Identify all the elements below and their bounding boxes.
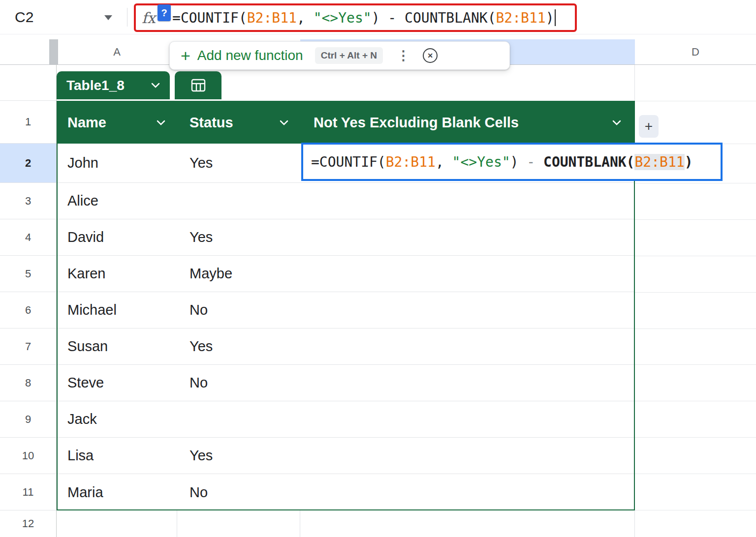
grid-cell-d[interactable] (635, 220, 756, 256)
table-row-10: LisaYes (58, 438, 634, 474)
formula-token: B2:B11 (247, 10, 297, 26)
table-row-5: KarenMaybe (58, 256, 634, 292)
table-column-header-status[interactable]: Status (178, 102, 301, 144)
column-letter-d: D (692, 46, 699, 59)
row-header-10[interactable]: 10 (0, 438, 56, 474)
cell-b7-status[interactable]: Yes (178, 328, 301, 364)
cell-c10[interactable] (301, 438, 634, 474)
column-label-notyes: Not Yes Excluding Blank Cells (314, 115, 519, 131)
table-row-8: SteveNo (58, 365, 634, 401)
row-header-2[interactable]: 2 (0, 144, 56, 183)
cell-b8-status[interactable]: No (178, 365, 301, 401)
cell-a7-name[interactable]: Susan (58, 328, 178, 364)
chevron-down-icon[interactable] (612, 120, 621, 125)
table-row-3: Alice (58, 183, 634, 219)
row-header-9[interactable]: 9 (0, 401, 56, 438)
add-function-label[interactable]: Add new function (197, 48, 303, 63)
column-header-a[interactable]: A (57, 39, 177, 64)
row-header-4[interactable]: 4 (0, 219, 56, 256)
cell-a11-name[interactable]: Maria (58, 474, 178, 510)
grid-cell-d[interactable] (635, 329, 756, 365)
grid-cell-d[interactable] (635, 365, 756, 401)
cell-a3-name[interactable]: Alice (58, 183, 178, 219)
formula-help-badge[interactable]: ? (158, 4, 171, 21)
table-row-9: Jack (58, 401, 634, 438)
cell-a5-name[interactable]: Karen (58, 256, 178, 292)
cell-b6-status[interactable]: No (178, 292, 301, 328)
spreadsheet-app: A D 1 234567891011 12 Name Status Not Ye… (0, 0, 756, 537)
formula-token: =COUNTIF( (172, 10, 247, 26)
fx-icon: fx (142, 9, 156, 27)
formula-token: ) (685, 154, 693, 170)
cell-c8[interactable] (301, 365, 634, 401)
text-cursor (555, 9, 556, 26)
gridline-vertical-ab (177, 510, 177, 537)
cell-c3[interactable] (301, 183, 634, 219)
cell-c6[interactable] (301, 292, 634, 328)
chevron-down-icon[interactable] (157, 120, 165, 125)
chevron-down-icon[interactable] (151, 83, 160, 88)
add-column-button[interactable]: + (639, 115, 659, 138)
cell-b2-status[interactable]: Yes (178, 144, 301, 182)
column-label-status: Status (189, 115, 233, 131)
cell-b11-status[interactable]: No (178, 474, 301, 510)
formula-token: COUNTBLANK( (543, 154, 634, 170)
formula-token: - (388, 10, 405, 26)
row-header-11[interactable]: 11 (0, 474, 56, 510)
row-header-5[interactable]: 5 (0, 256, 56, 292)
cell-b9-status[interactable] (178, 401, 301, 437)
cell-c11[interactable] (301, 474, 634, 510)
column-header-d[interactable]: D (635, 39, 756, 64)
formula-token: - (527, 154, 543, 170)
row-header-8[interactable]: 8 (0, 365, 56, 401)
cell-a4-name[interactable]: David (58, 219, 178, 255)
table-row-4: DavidYes (58, 219, 634, 256)
more-options-icon[interactable]: ⋮ (397, 48, 410, 63)
cell-b5-status[interactable]: Maybe (178, 256, 301, 292)
grid-cell-d[interactable] (635, 293, 756, 329)
cell-a6-name[interactable]: Michael (58, 292, 178, 328)
row-header-3[interactable]: 3 (0, 183, 56, 219)
gridline-vertical-bc (300, 510, 300, 537)
row-header-6[interactable]: 6 (0, 292, 56, 328)
cell-reference: C2 (15, 9, 33, 26)
name-box-dropdown-icon[interactable] (104, 15, 112, 20)
grid-cell-d[interactable] (635, 401, 756, 438)
formula-input[interactable]: =COUNTIF(B2:B11, "<>Yes") - COUNTBLANK(B… (172, 10, 554, 26)
table-row-6: MichaelNo (58, 292, 634, 328)
cell-b3-status[interactable] (178, 183, 301, 219)
grid-cell-d[interactable] (635, 256, 756, 293)
grid-cell-d[interactable] (635, 474, 756, 510)
cell-c7[interactable] (301, 328, 634, 364)
cell-b4-status[interactable]: Yes (178, 219, 301, 255)
formula-token: ) (510, 154, 527, 170)
cell-a8-name[interactable]: Steve (58, 365, 178, 401)
chevron-down-icon[interactable] (280, 120, 288, 125)
close-icon[interactable]: ✕ (423, 48, 438, 63)
table-column-header-name[interactable]: Name (58, 102, 178, 144)
table-column-header-notyes[interactable]: Not Yes Excluding Blank Cells (301, 102, 634, 144)
formula-token: ) (372, 10, 388, 26)
cell-b10-status[interactable]: Yes (178, 438, 301, 474)
cell-c9[interactable] (301, 401, 634, 437)
table-name-pill[interactable]: Table1_8 (57, 71, 170, 99)
cell-a9-name[interactable]: Jack (58, 401, 178, 437)
row-header-gap (0, 65, 56, 101)
table-name: Table1_8 (66, 78, 125, 93)
cell-c5[interactable] (301, 256, 634, 292)
grid-cell-d[interactable] (635, 438, 756, 474)
cell-a2-name[interactable]: John (58, 144, 178, 182)
cell-formula-text: =COUNTIF(B2:B11, "<>Yes") - COUNTBLANK(B… (311, 154, 693, 170)
row-header-column: 1 234567891011 12 (0, 65, 57, 537)
table-menu-pill[interactable] (175, 71, 221, 99)
cell-editor-c2[interactable]: =COUNTIF(B2:B11, "<>Yes") - COUNTBLANK(B… (301, 143, 723, 181)
cell-a10-name[interactable]: Lisa (58, 438, 178, 474)
formula-token: "<>Yes" (452, 154, 510, 170)
row-header-1[interactable]: 1 (0, 101, 56, 144)
row-header-12[interactable]: 12 (0, 510, 56, 537)
grid-cell-d[interactable] (635, 510, 756, 537)
cell-c4[interactable] (301, 219, 634, 255)
divider (127, 8, 127, 27)
grid-cell-d[interactable] (635, 183, 756, 220)
row-header-7[interactable]: 7 (0, 328, 56, 365)
